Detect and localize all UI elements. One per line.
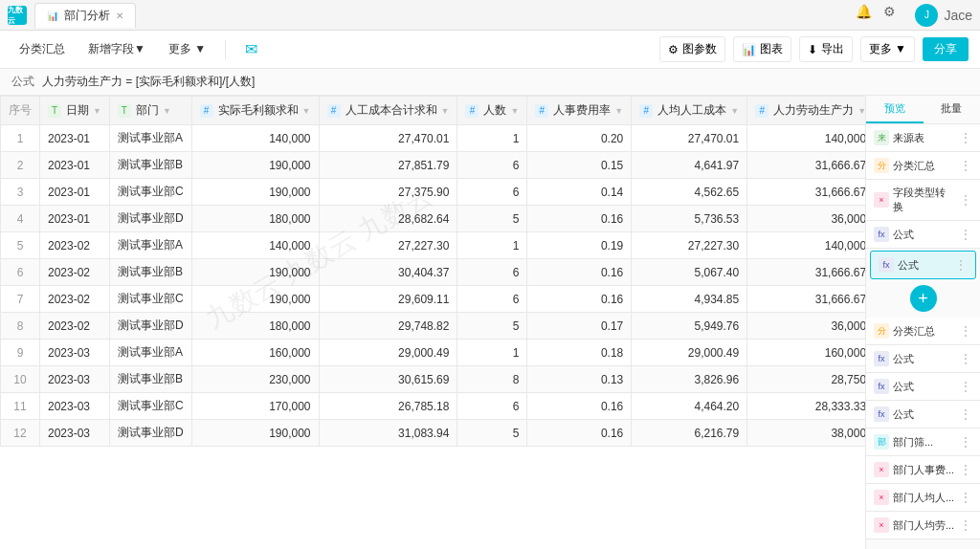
cell-dept: 测试事业部D xyxy=(109,206,191,232)
cell-gross: 190,000 xyxy=(191,179,319,206)
sidebar-label-dept-hr2: 部门人均人... xyxy=(893,491,955,505)
add-field-button[interactable]: 新增字段▼ xyxy=(80,37,153,61)
cell-seq: 5 xyxy=(1,232,40,259)
sidebar-more-formula1[interactable]: ⋮ xyxy=(959,227,972,242)
sidebar-label-formula4: 公式 xyxy=(893,380,955,394)
col-header-count[interactable]: # 人数 ▼ xyxy=(457,97,527,125)
cell-avg-cost: 4,934.85 xyxy=(632,286,747,313)
right-sidebar: 预览 批量 来 来源表 ⋮ 分 分类汇总 ⋮ × 字段类型转换 ⋮ fx 公式 … xyxy=(865,96,980,549)
sidebar-item-dept-hr2[interactable]: × 部门人均人... ⋮ xyxy=(866,484,980,512)
sidebar-more-dept[interactable]: ⋮ xyxy=(959,434,972,450)
cell-seq: 4 xyxy=(1,206,40,232)
cell-gross: 190,000 xyxy=(191,259,319,286)
cell-hr-cost: 29,609.11 xyxy=(319,286,457,313)
sidebar-more-dept-hr1[interactable]: ⋮ xyxy=(959,462,972,477)
tab-batch[interactable]: 批量 xyxy=(924,96,981,123)
sidebar-item-dept-hr1[interactable]: × 部门人事费... ⋮ xyxy=(866,456,980,484)
export-button[interactable]: ⬇ 导出 xyxy=(799,36,853,62)
cell-seq: 11 xyxy=(1,393,40,420)
sidebar-label-formula3: 公式 xyxy=(893,352,955,366)
cell-productivity: 36,000 xyxy=(747,206,865,232)
classify-button[interactable]: 分类汇总 xyxy=(11,37,73,61)
col-header-gross[interactable]: # 实际毛利额求和 ▼ xyxy=(191,97,319,125)
cell-avg-cost: 5,949.76 xyxy=(632,313,747,340)
cell-avg-cost: 29,000.49 xyxy=(632,340,747,366)
table-row: 1 2023-01 测试事业部A 140,000 27,470.01 1 0.2… xyxy=(1,125,866,152)
browser-tab[interactable]: 📊 部门分析 ✕ xyxy=(34,3,136,28)
sidebar-item-dept-hr3[interactable]: × 部门人均劳... ⋮ xyxy=(866,512,980,539)
sidebar-item-classsum2[interactable]: 分 分类汇总 ⋮ xyxy=(866,318,980,345)
col-header-hr-cost[interactable]: # 人工成本合计求和 ▼ xyxy=(319,97,457,125)
cell-count: 5 xyxy=(457,420,527,447)
sidebar-more-source[interactable]: ⋮ xyxy=(959,130,972,145)
params-button[interactable]: ⚙ 图参数 xyxy=(659,36,725,62)
cell-dept: 测试事业部C xyxy=(109,286,191,313)
cell-hr-rate: 0.15 xyxy=(527,152,632,179)
cell-dept: 测试事业部B xyxy=(109,366,191,393)
tab-close-icon[interactable]: ✕ xyxy=(116,11,123,21)
cell-avg-cost: 3,826.96 xyxy=(632,366,747,393)
sidebar-item-formula5[interactable]: fx 公式 ⋮ xyxy=(866,401,980,428)
cell-productivity: 31,666.67 xyxy=(747,259,865,286)
sidebar-more-dept-hr3[interactable]: ⋮ xyxy=(959,517,972,533)
cell-seq: 12 xyxy=(1,420,40,447)
cell-gross: 230,000 xyxy=(191,366,319,393)
cell-hr-rate: 0.13 xyxy=(527,366,632,393)
cell-seq: 2 xyxy=(1,152,40,179)
email-button[interactable]: ✉ xyxy=(237,36,265,62)
settings-icon[interactable]: ⚙ xyxy=(883,4,896,27)
sidebar-item-dept[interactable]: 部 部门筛... ⋮ xyxy=(866,428,980,456)
cell-productivity: 160,000 xyxy=(747,340,865,366)
more2-button[interactable]: 更多 ▼ xyxy=(860,36,915,62)
cell-count: 8 xyxy=(457,366,527,393)
sort-arrow-hr-cost: ▼ xyxy=(441,106,450,116)
cell-hr-rate: 0.16 xyxy=(527,206,632,232)
notification-icon[interactable]: 🔔 xyxy=(856,4,872,27)
cell-hr-cost: 30,404.37 xyxy=(319,259,457,286)
sidebar-more-convert[interactable]: ⋮ xyxy=(959,192,972,208)
sidebar-item-source[interactable]: 来 来源表 ⋮ xyxy=(866,124,980,152)
sidebar-item-formula2[interactable]: fx 公式 ⋮ xyxy=(870,251,976,279)
sidebar-item-formula1[interactable]: fx 公式 ⋮ xyxy=(866,221,980,249)
sidebar-icon-classsum2: 分 xyxy=(874,323,889,339)
sidebar-more-formula4[interactable]: ⋮ xyxy=(959,379,972,394)
cell-count: 6 xyxy=(457,179,527,206)
sidebar-item-convert[interactable]: × 字段类型转换 ⋮ xyxy=(866,180,980,221)
sidebar-item-formula3[interactable]: fx 公式 ⋮ xyxy=(866,345,980,373)
cell-count: 1 xyxy=(457,232,527,259)
table-body: 1 2023-01 测试事业部A 140,000 27,470.01 1 0.2… xyxy=(1,125,866,447)
col-header-productivity[interactable]: # 人力劳动生产力 ▼ xyxy=(747,97,865,125)
sidebar-more-dept-hr2[interactable]: ⋮ xyxy=(959,490,972,505)
sidebar-more-formula5[interactable]: ⋮ xyxy=(959,406,972,422)
sidebar-more-formula3[interactable]: ⋮ xyxy=(959,351,972,366)
col-header-date[interactable]: T 日期 ▼ xyxy=(40,97,110,125)
sidebar-icon-formula2: fx xyxy=(879,257,894,273)
add-step-button[interactable]: + xyxy=(910,285,937,312)
sync-button[interactable]: 分享 xyxy=(923,37,969,61)
browser-icons: 🔔 ⚙ J Jace xyxy=(856,4,972,27)
sidebar-item-classsum[interactable]: 分 分类汇总 ⋮ xyxy=(866,152,980,180)
formula-text: 人力劳动生产力 = [实际毛利额求和]/[人数] xyxy=(42,74,255,90)
table-row: 9 2023-03 测试事业部A 160,000 29,000.49 1 0.1… xyxy=(1,340,866,366)
email-icon: ✉ xyxy=(245,40,257,58)
sidebar-label-classsum: 分类汇总 xyxy=(893,159,955,173)
cell-dept: 测试事业部D xyxy=(109,313,191,340)
cell-hr-cost: 27,851.79 xyxy=(319,152,457,179)
col-header-seq[interactable]: 序号 xyxy=(1,97,40,125)
more-button[interactable]: 更多 ▼ xyxy=(161,37,213,61)
col-header-dept[interactable]: T 部门 ▼ xyxy=(109,97,191,125)
col-type-hash1: # xyxy=(200,104,213,118)
sidebar-more-formula2[interactable]: ⋮ xyxy=(954,257,968,273)
tab-preview[interactable]: 预览 xyxy=(866,96,924,123)
cell-avg-cost: 27,227.30 xyxy=(632,232,747,259)
sidebar-item-formula4[interactable]: fx 公式 ⋮ xyxy=(866,373,980,401)
chart-button[interactable]: 📊 图表 xyxy=(733,36,791,62)
formula-bar: 公式 人力劳动生产力 = [实际毛利额求和]/[人数] xyxy=(0,69,980,96)
sort-arrow-productivity: ▼ xyxy=(858,106,865,116)
sidebar-more-classsum[interactable]: ⋮ xyxy=(959,158,972,173)
col-header-hr-rate[interactable]: # 人事费用率 ▼ xyxy=(527,97,632,125)
cell-hr-rate: 0.19 xyxy=(527,232,632,259)
tab-favicon: 📊 xyxy=(47,11,58,21)
col-header-avg-cost[interactable]: # 人均人工成本 ▼ xyxy=(632,97,747,125)
sidebar-more-classsum2[interactable]: ⋮ xyxy=(959,323,972,339)
